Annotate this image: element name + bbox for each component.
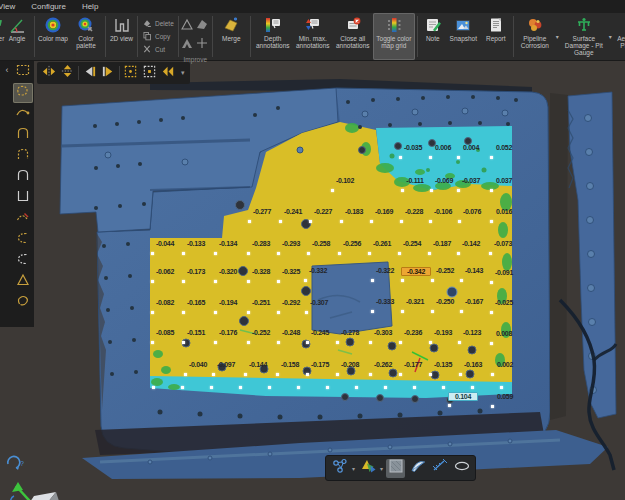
colormap-display-button[interactable] xyxy=(358,459,377,478)
depth-annotation[interactable]: -0.133 xyxy=(182,240,210,247)
surface-shading-button[interactable] xyxy=(408,459,427,478)
grid-select-a-button[interactable] xyxy=(122,65,139,82)
ellipse-display-button[interactable] xyxy=(452,459,471,478)
depth-annotation[interactable]: -0.325 xyxy=(277,268,305,275)
depth-annotation[interactable]: -0.194 xyxy=(214,299,242,306)
orbit-icon[interactable]: ? xyxy=(8,456,24,470)
depth-annotation[interactable]: -0.328 xyxy=(247,268,275,275)
depth-annotation[interactable]: -0.187 xyxy=(428,240,456,247)
depth-annotation-selected[interactable]: 0.104 xyxy=(448,392,478,401)
min-max-annotations-button[interactable]: Min. max. annotations xyxy=(293,13,333,60)
depth-annotation[interactable]: -0.322 xyxy=(371,267,399,274)
depth-annotation[interactable]: -0.227 xyxy=(309,208,337,215)
depth-annotation[interactable]: -0.091 xyxy=(490,269,518,276)
depth-annotation[interactable]: 0.004 xyxy=(457,144,485,151)
curve-selection-tool[interactable] xyxy=(13,104,33,124)
depth-annotation[interactable]: -0.135 xyxy=(429,361,457,368)
depth-annotation[interactable]: -0.123 xyxy=(458,329,486,336)
flip-horizontal-button[interactable] xyxy=(40,65,57,82)
close-all-annotations-button[interactable]: Close all annotations xyxy=(333,13,373,60)
depth-annotation[interactable]: 0.037 xyxy=(490,177,518,184)
depth-annotation[interactable]: -0.283 xyxy=(247,240,275,247)
color-palette-button[interactable]: Color palette xyxy=(69,13,103,60)
pipeline-corrosion-button[interactable]: Pipeline Corrosion xyxy=(516,13,554,60)
rectangle-selection-tool[interactable] xyxy=(13,62,33,82)
depth-annotation[interactable]: -0.037 xyxy=(457,177,485,184)
depth-annotation[interactable]: -0.245 xyxy=(306,329,334,336)
mesh-display-caret[interactable]: ▾ xyxy=(352,465,355,472)
improve-tool-icon-3[interactable] xyxy=(196,35,210,53)
depth-annotation[interactable]: -0.258 xyxy=(307,240,335,247)
depth-annotation[interactable]: -0.250 xyxy=(431,298,459,305)
depth-annotation[interactable]: -0.254 xyxy=(398,240,426,247)
dropdown-caret-icon[interactable]: ▾ xyxy=(607,33,614,40)
depth-annotation[interactable]: -0.193 xyxy=(429,329,457,336)
arc-selection-b-tool[interactable] xyxy=(13,251,33,271)
menu-view[interactable]: View xyxy=(0,0,23,13)
depth-annotation[interactable]: -0.262 xyxy=(369,361,397,368)
dome-selection-a-tool[interactable] xyxy=(13,125,33,145)
snapshot-button[interactable]: Snapshot xyxy=(446,13,481,60)
depth-annotation[interactable]: -0.082 xyxy=(151,299,179,306)
depth-annotation[interactable]: -0.183 xyxy=(340,208,368,215)
depth-annotation[interactable]: -0.085 xyxy=(151,329,179,336)
depth-annotation[interactable]: 0.016 xyxy=(490,208,518,215)
measure-display-button[interactable] xyxy=(430,459,449,478)
trim-selection-tool[interactable] xyxy=(13,209,33,229)
depth-annotation[interactable]: -0.167 xyxy=(460,298,488,305)
flip-vertical-button[interactable] xyxy=(59,65,76,82)
overlay-more-caret[interactable]: ▾ xyxy=(179,69,187,77)
depth-annotation[interactable]: 0.006 xyxy=(429,144,457,151)
depth-annotation[interactable]: -0.177 xyxy=(399,361,427,368)
color-map-button[interactable]: Color map xyxy=(37,13,69,60)
depth-annotation[interactable]: -0.252 xyxy=(247,329,275,336)
gizmo-cube[interactable] xyxy=(26,492,60,500)
improve-tool-icon-0[interactable] xyxy=(181,16,195,34)
depth-annotation[interactable]: -0.169 xyxy=(370,208,398,215)
depth-annotation[interactable]: -0.106 xyxy=(429,208,457,215)
depth-annotation[interactable]: -0.111 xyxy=(401,177,429,184)
merge-button[interactable]: Merge xyxy=(215,13,248,60)
lasso-selection-tool[interactable] xyxy=(13,293,33,313)
report-button[interactable]: Report xyxy=(481,13,511,60)
depth-annotation[interactable]: -0.102 xyxy=(331,177,359,184)
depth-annotation[interactable]: -0.256 xyxy=(338,240,366,247)
dome-selection-c-tool[interactable] xyxy=(13,167,33,187)
depth-annotation[interactable]: 0.052 xyxy=(490,144,518,151)
toggle-color-map-grid-button[interactable]: Toggle color map grid xyxy=(373,13,415,60)
menu-help[interactable]: Help xyxy=(74,0,106,13)
delete-button[interactable]: Delete xyxy=(142,18,174,29)
depth-annotation[interactable]: -0.307 xyxy=(305,299,333,306)
depth-annotation[interactable]: -0.236 xyxy=(399,329,427,336)
depth-annotation[interactable]: -0.248 xyxy=(277,329,305,336)
depth-annotation[interactable]: -0.320 xyxy=(214,268,242,275)
step-back-button[interactable] xyxy=(81,65,98,82)
depth-annotation[interactable]: 0.059 xyxy=(491,393,519,400)
depth-annotation[interactable]: -0.158 xyxy=(276,361,304,368)
depth-annotation[interactable]: -0.278 xyxy=(336,329,364,336)
arc-selection-a-tool[interactable] xyxy=(13,230,33,250)
depth-annotation[interactable]: -0.175 xyxy=(306,361,334,368)
depth-annotation[interactable]: -0.333 xyxy=(371,298,399,305)
improve-tool-icon-2[interactable] xyxy=(181,35,195,53)
freehand-selection-tool[interactable] xyxy=(13,83,33,103)
depth-annotation[interactable]: -0.143 xyxy=(460,267,488,274)
depth-annotation[interactable]: -0.142 xyxy=(457,240,485,247)
depth-annotation[interactable]: -0.040 xyxy=(184,361,212,368)
improve-tool-icon-1[interactable] xyxy=(196,16,210,34)
depth-annotation[interactable]: -0.044 xyxy=(151,240,179,247)
depth-annotation[interactable]: 0.008 xyxy=(490,330,518,337)
depth-annotation[interactable]: -0.097 xyxy=(212,361,240,368)
depth-annotation[interactable]: -0.035 xyxy=(399,144,427,151)
depth-annotation[interactable]: -0.293 xyxy=(277,240,305,247)
depth-annotations-button[interactable]: Depth annotations xyxy=(253,13,293,60)
depth-annotation[interactable]: -0.176 xyxy=(214,329,242,336)
depth-annotation[interactable]: -0.303 xyxy=(369,329,397,336)
depth-annotation[interactable]: -0.261 xyxy=(368,240,396,247)
depth-annotation[interactable]: -0.151 xyxy=(182,329,210,336)
depth-annotation[interactable]: -0.165 xyxy=(182,299,210,306)
viewport-3d[interactable]: -0.0350.0060.0040.052-0.102-0.111-0.069-… xyxy=(0,60,625,500)
depth-annotation-selected[interactable]: -0.342 xyxy=(401,267,431,276)
depth-annotation[interactable]: 0.002 xyxy=(491,361,519,368)
depth-annotation[interactable]: -0.332 xyxy=(304,267,332,274)
